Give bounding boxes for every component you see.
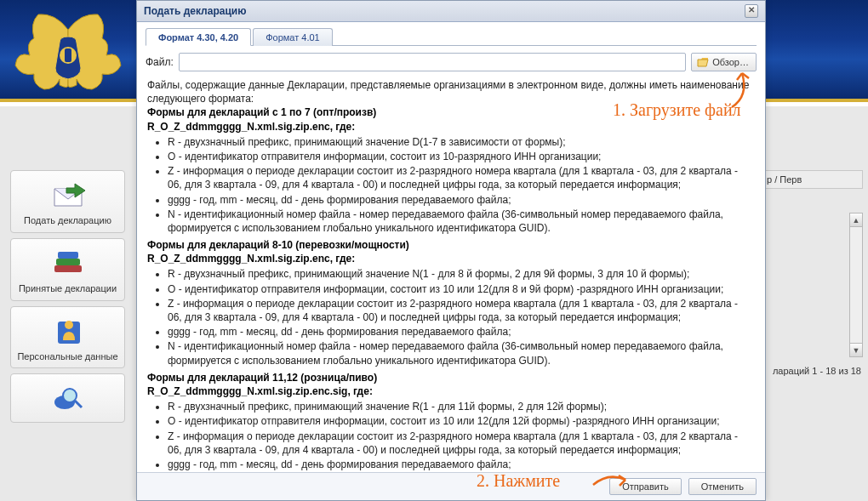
browse-label: Обзор… (712, 57, 749, 67)
dialog-footer: Отправить Отменить (137, 472, 765, 500)
dialog-title-bar[interactable]: Подать декларацию ✕ (137, 1, 765, 22)
file-picker-row: Файл: Обзор… (146, 53, 757, 71)
browse-button[interactable]: Обзор… (691, 53, 757, 71)
tab-strip: Формат 4.30, 4.20 Формат 4.01 (146, 27, 757, 46)
dialog-title: Подать декларацию (144, 5, 246, 17)
tab-format-430-420[interactable]: Формат 4.30, 4.20 (146, 28, 251, 46)
submit-button[interactable]: Отправить (609, 478, 682, 495)
submit-declaration-dialog: Подать декларацию ✕ Формат 4.30, 4.20 Фо… (136, 0, 766, 501)
instructions-text: Файлы, содержащие данные Декларации, пре… (146, 77, 757, 472)
file-path-input[interactable] (179, 53, 686, 71)
tab-format-401[interactable]: Формат 4.01 (253, 28, 333, 46)
file-label: Файл: (146, 56, 174, 68)
folder-open-icon (697, 56, 709, 68)
cancel-button[interactable]: Отменить (688, 478, 757, 495)
close-icon[interactable]: ✕ (745, 4, 758, 18)
